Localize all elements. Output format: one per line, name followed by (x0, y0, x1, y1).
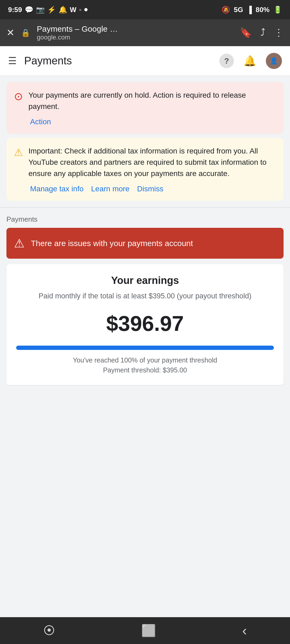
status-right: 🔕 5G ▐ 80% 🔋 (222, 6, 282, 14)
close-icon[interactable]: ✕ (6, 27, 15, 38)
earnings-subtitle: Paid monthly if the total is at least $3… (16, 291, 274, 302)
alert-card-yellow: ⚠ Important: Check if additional tax inf… (6, 138, 284, 201)
alert-red-links: Action (30, 118, 276, 126)
avatar[interactable]: 👤 (266, 53, 282, 69)
app-header: ☰ Payments ? 🔔 👤 (0, 46, 290, 76)
bookmark-icon[interactable]: 🔖 (240, 27, 252, 38)
progress-text-2: Payment threshold: $395.00 (16, 365, 274, 375)
w-icon: W (70, 6, 77, 14)
alert-error-icon: ⊙ (14, 90, 23, 103)
battery-label: 80% (256, 6, 270, 14)
dismiss-link[interactable]: Dismiss (137, 185, 163, 193)
message-icon: 💬 (25, 6, 33, 14)
status-left: 9:59 💬 📷 ⚡ 🔔 W ◦ (8, 6, 88, 14)
page-title: Payments (24, 55, 219, 67)
main-content: ⊙ Your payments are currently on hold. A… (0, 82, 290, 394)
alert-red-message: Your payments are currently on hold. Act… (28, 90, 276, 112)
status-time: 9:59 (8, 6, 22, 14)
mute-icon: 🔕 (222, 6, 230, 14)
messenger-icon: ⚡ (47, 6, 56, 14)
nav-icon: ◦ (79, 6, 82, 14)
payments-section: Payments ⚠ There are issues with your pa… (0, 208, 290, 394)
progress-text-1: You've reached 100% of your payment thre… (16, 355, 274, 365)
battery-icon: 🔋 (273, 6, 282, 14)
status-dot (84, 8, 88, 11)
signal-label: 5G (234, 6, 243, 14)
avatar-image: 👤 (270, 57, 278, 65)
earnings-amount: $396.97 (16, 311, 274, 336)
browser-title: Payments – Google … google.com (37, 24, 233, 41)
progress-bar-container (16, 346, 274, 350)
menu-icon[interactable]: ☰ (8, 55, 17, 67)
browser-action-icons: 🔖 ⤴ ⋮ (240, 27, 284, 38)
share-icon[interactable]: ⤴ (260, 27, 265, 38)
header-icons: ? 🔔 👤 (219, 53, 282, 69)
earnings-title: Your earnings (16, 275, 274, 286)
alert-card-red: ⊙ Your payments are currently on hold. A… (6, 82, 284, 134)
action-link[interactable]: Action (30, 118, 51, 126)
help-icon[interactable]: ? (219, 54, 234, 68)
learn-more-link[interactable]: Learn more (91, 185, 129, 193)
error-banner-text: There are issues with your payments acco… (31, 238, 193, 249)
error-banner-icon: ⚠ (14, 236, 24, 250)
alert-yellow-row: ⚠ Important: Check if additional tax inf… (14, 145, 276, 179)
error-banner: ⚠ There are issues with your payments ac… (6, 228, 284, 259)
status-bar: 9:59 💬 📷 ⚡ 🔔 W ◦ 🔕 5G ▐ 80% 🔋 (0, 0, 290, 19)
notify-icon: 🔔 (59, 6, 67, 14)
progress-bar-fill (16, 346, 274, 350)
notification-icon[interactable]: 🔔 (244, 55, 256, 67)
browser-bar: ✕ 🔒 Payments – Google … google.com 🔖 ⤴ ⋮ (0, 19, 290, 46)
section-label: Payments (6, 215, 284, 224)
alert-yellow-message: Important: Check if additional tax infor… (28, 145, 276, 179)
earnings-card: Your earnings Paid monthly if the total … (6, 264, 284, 385)
manage-tax-info-link[interactable]: Manage tax info (30, 185, 84, 193)
alert-warning-icon: ⚠ (14, 147, 23, 158)
alert-yellow-links: Manage tax info Learn more Dismiss (30, 185, 276, 193)
lock-icon: 🔒 (21, 28, 30, 37)
browser-page-title: Payments – Google … (37, 24, 233, 34)
signal-bars-icon: ▐ (247, 6, 252, 14)
instagram-icon: 📷 (36, 6, 45, 14)
browser-url: google.com (37, 34, 233, 41)
more-options-icon[interactable]: ⋮ (274, 27, 284, 38)
alert-red-row: ⊙ Your payments are currently on hold. A… (14, 90, 276, 112)
